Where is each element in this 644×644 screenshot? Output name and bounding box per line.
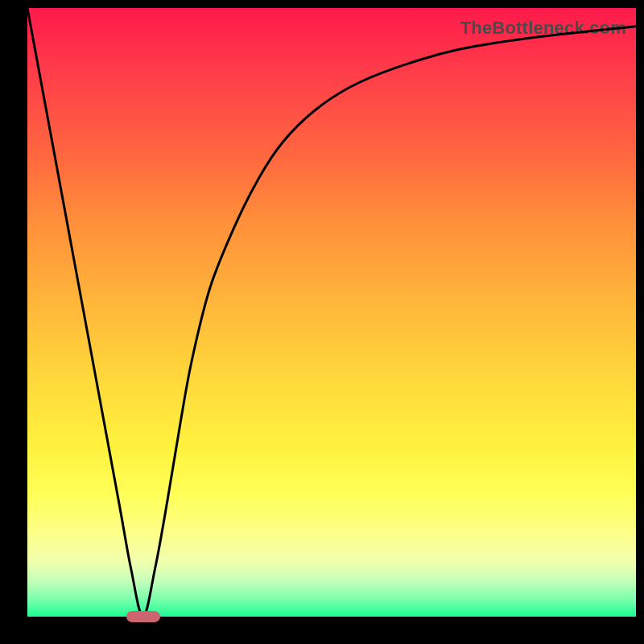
chart-plot-area: TheBottleneck.com (27, 8, 636, 617)
bottleneck-curve (27, 8, 636, 617)
optimal-marker (126, 611, 160, 622)
chart-frame: TheBottleneck.com (0, 0, 644, 644)
chart-svg (27, 8, 636, 617)
